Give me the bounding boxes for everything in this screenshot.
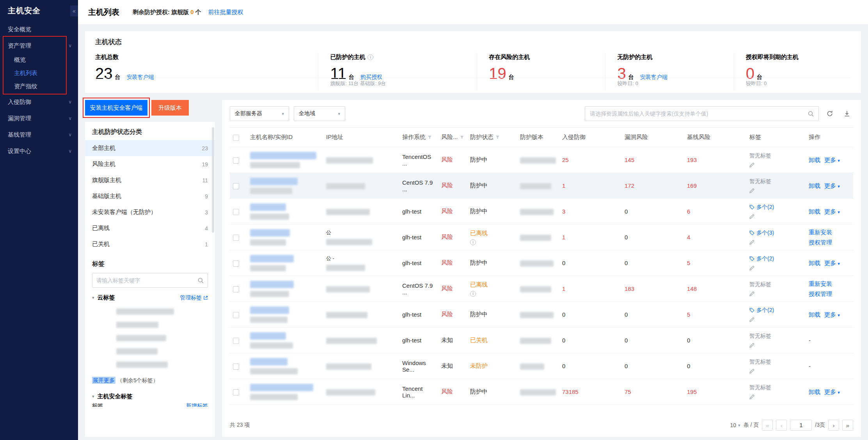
filter-icon[interactable] — [495, 135, 500, 139]
host-name-cell[interactable] — [247, 199, 323, 224]
edit-tag-icon[interactable] — [749, 342, 802, 348]
row-select-cell[interactable] — [230, 302, 247, 328]
server-filter-select[interactable]: 全部服务器▾ — [230, 106, 289, 121]
host-name-cell[interactable] — [247, 353, 323, 379]
sidebar-item-settings-center[interactable]: 设置中心∨ — [0, 144, 78, 159]
table-row[interactable]: CentOS 7.9 ...风险已离线i1183148暂无标签重新安装授权管理 — [230, 276, 853, 302]
host-name-cell[interactable] — [247, 302, 323, 328]
select-all-checkbox[interactable] — [233, 135, 239, 141]
uninstall-link[interactable]: 卸载 — [809, 311, 820, 318]
sidebar-item-asset-fingerprint[interactable]: 资产指纹 — [0, 80, 78, 93]
edit-tag-icon[interactable] — [749, 291, 802, 296]
host-security-tag-group[interactable]: ▾ 主机安全标签 — [85, 387, 215, 401]
sidebar-item-baseline-management[interactable]: 基线管理∨ — [0, 127, 78, 142]
cloud-tag-group[interactable]: ▾云标签 — [92, 294, 115, 301]
reinstall-link[interactable]: 重新安装 — [809, 280, 832, 287]
host-name-cell[interactable] — [247, 276, 323, 302]
more-link[interactable]: 更多 ▾ — [824, 182, 840, 189]
table-row[interactable]: glh-test风险防护中306多个(2)卸载更多 ▾ — [230, 199, 853, 224]
edit-tag-icon[interactable] — [749, 162, 802, 167]
sidebar-item-host-list[interactable]: 主机列表 — [0, 66, 78, 80]
sidebar-item-asset-management[interactable]: 资产管理∨ — [0, 38, 78, 53]
tag-multi-link[interactable]: 多个(2) — [756, 204, 774, 211]
row-checkbox[interactable] — [233, 209, 239, 215]
row-select-cell[interactable] — [230, 224, 247, 250]
last-page-button[interactable]: » — [842, 420, 853, 431]
download-icon[interactable] — [841, 107, 853, 120]
install-client-button[interactable]: 安装主机安全客户端 — [85, 100, 147, 116]
edit-tag-icon[interactable] — [749, 239, 802, 245]
more-link[interactable]: 更多 ▾ — [824, 157, 840, 163]
page-size-select[interactable]: 10▾ — [730, 422, 740, 428]
row-checkbox[interactable] — [233, 235, 239, 241]
table-row[interactable]: Tencent Lin...风险防护中7318575195暂无标签卸载更多 ▾ — [230, 379, 853, 405]
tag-multi-link[interactable]: 多个(3) — [756, 230, 774, 237]
table-row[interactable]: Windows Se...未知未防护000暂无标签- — [230, 353, 853, 379]
edit-tag-icon[interactable] — [749, 368, 802, 374]
table-row[interactable]: 公 -glh-test风险防护中005多个(2)卸载更多 ▾ — [230, 250, 853, 276]
prev-page-button[interactable]: ‹ — [776, 420, 787, 431]
auth-manage-link[interactable]: 授权管理 — [809, 239, 832, 246]
row-checkbox[interactable] — [233, 183, 239, 189]
category-item[interactable]: 未安装客户端（无防护）3 — [85, 204, 215, 220]
region-filter-select[interactable]: 全地域▾ — [294, 106, 345, 121]
uninstall-link[interactable]: 卸载 — [809, 388, 820, 395]
table-row[interactable]: CentOS 7.9 ...风险防护中1172169暂无标签卸载更多 ▾ — [230, 173, 853, 199]
host-name-cell[interactable] — [247, 250, 323, 276]
edit-tag-icon[interactable] — [749, 317, 802, 322]
tag-multi-link[interactable]: 多个(2) — [756, 307, 774, 314]
tag-search-input[interactable] — [96, 277, 195, 283]
category-item[interactable]: 风险主机19 — [85, 156, 215, 172]
expand-more-link[interactable]: 展开更多 — [92, 377, 115, 384]
category-item[interactable]: 已关机1 — [85, 236, 215, 252]
host-name-cell[interactable] — [247, 147, 323, 173]
info-icon[interactable]: i — [470, 239, 476, 245]
refresh-icon[interactable] — [824, 107, 836, 120]
add-tag-link[interactable]: 新增标签 — [186, 403, 208, 407]
row-checkbox[interactable] — [233, 338, 239, 344]
host-name-cell[interactable] — [247, 328, 323, 353]
uninstall-link[interactable]: 卸载 — [809, 182, 820, 189]
edit-tag-icon[interactable] — [749, 394, 802, 399]
manage-tags-link[interactable]: 管理标签 — [180, 294, 208, 301]
sidebar-item-vulnerability-management[interactable]: 漏洞管理∨ — [0, 111, 78, 126]
install-agent-link[interactable]: 安装客户端 — [127, 74, 154, 81]
uninstall-link[interactable]: 卸载 — [809, 208, 820, 215]
sidebar-item-security-overview[interactable]: 安全概览 — [0, 22, 78, 37]
host-name-cell[interactable] — [247, 224, 323, 250]
batch-authorize-link[interactable]: 前往批量授权 — [208, 9, 243, 16]
uninstall-link[interactable]: 卸载 — [809, 157, 820, 163]
host-name-cell[interactable] — [247, 379, 323, 405]
row-select-cell[interactable] — [230, 199, 247, 224]
row-select-cell[interactable] — [230, 328, 247, 353]
select-all-header[interactable] — [230, 128, 247, 147]
sidebar-collapse-icon[interactable]: « — [70, 5, 78, 16]
search-icon[interactable] — [808, 111, 814, 117]
auth-manage-link[interactable]: 授权管理 — [809, 290, 832, 297]
host-name-cell[interactable] — [247, 173, 323, 199]
more-link[interactable]: 更多 ▾ — [824, 388, 840, 395]
edit-tag-icon[interactable] — [749, 188, 802, 193]
table-row[interactable]: 公glh-test风险已离线i104多个(3)重新安装授权管理 — [230, 224, 853, 250]
info-icon[interactable]: i — [470, 291, 476, 297]
first-page-button[interactable]: « — [762, 420, 773, 431]
row-checkbox[interactable] — [233, 286, 239, 292]
row-select-cell[interactable] — [230, 173, 247, 199]
filter-icon[interactable] — [460, 135, 464, 139]
edit-tag-icon[interactable] — [749, 214, 802, 219]
more-link[interactable]: 更多 ▾ — [824, 260, 840, 266]
resource-search-input[interactable] — [590, 110, 805, 117]
table-row[interactable]: TencentOS ...风险防护中25145193暂无标签卸载更多 ▾ — [230, 147, 853, 173]
row-select-cell[interactable] — [230, 147, 247, 173]
category-item[interactable]: 已离线4 — [85, 220, 215, 236]
uninstall-link[interactable]: 卸载 — [809, 260, 820, 266]
page-number-input[interactable] — [790, 420, 812, 431]
more-link[interactable]: 更多 ▾ — [824, 208, 840, 215]
row-select-cell[interactable] — [230, 276, 247, 302]
table-row[interactable]: glh-test风险防护中005多个(2)卸载更多 ▾ — [230, 302, 853, 328]
install-agent-link[interactable]: 安装客户端 — [640, 74, 667, 81]
row-select-cell[interactable] — [230, 250, 247, 276]
row-checkbox[interactable] — [233, 157, 239, 164]
next-page-button[interactable]: › — [828, 420, 839, 431]
row-select-cell[interactable] — [230, 353, 247, 379]
